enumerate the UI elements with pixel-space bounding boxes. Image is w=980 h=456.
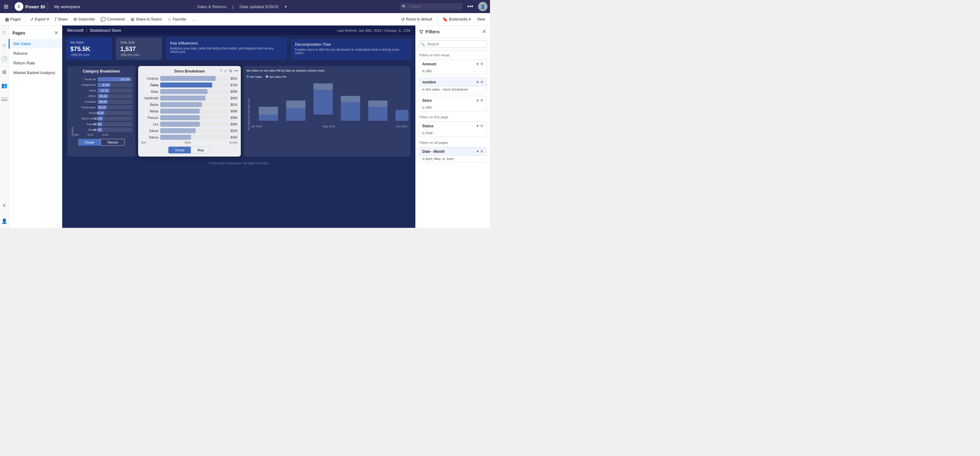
filter-status-actions: ▾ ✕ — [477, 124, 484, 128]
copy-icon[interactable]: ⧉ — [229, 68, 233, 74]
kpi-net-sales-change: +988.4% m/m — [70, 53, 108, 57]
sidebar-profile-icon[interactable]: 👤 — [0, 217, 9, 225]
svg-rect-10 — [395, 110, 408, 121]
subscribe-button[interactable]: ✉ Subscribe — [71, 16, 97, 23]
store-bar-row: Barba $61K — [141, 102, 238, 107]
filter-status-value: is Sold — [419, 130, 487, 137]
filter-date-month-header[interactable]: Date - Month ▾ ✕ — [419, 147, 487, 156]
category-tab-tabular[interactable]: Tabular — [100, 139, 125, 146]
store-bar-container — [160, 102, 229, 107]
filter-date-month-clear[interactable]: ✕ — [480, 149, 484, 154]
store-tab-map[interactable]: Map — [191, 147, 210, 153]
report-canvas: Microsoft | Skateboard Store Last Refres… — [62, 26, 415, 228]
more-options-icon[interactable]: ••• — [465, 2, 476, 11]
category-bar-label: PowerPoint — [74, 83, 96, 86]
category-bar-fill: $2.7K — [98, 128, 102, 132]
store-bar-row: VanArsdel $66K — [141, 96, 238, 100]
pages-close-button[interactable]: ✕ — [54, 30, 58, 36]
help-icon[interactable]: ? — [220, 68, 223, 74]
pages-button[interactable]: ▦ Pages — [3, 16, 23, 23]
filter-store-chevron[interactable]: ▾ — [477, 98, 479, 103]
category-bar-container: $6.0K — [98, 100, 132, 104]
share-button[interactable]: ⤴ Share — [52, 16, 70, 23]
svg-rect-6 — [341, 102, 360, 121]
sidebar-metrics-icon[interactable]: ≡ — [2, 201, 7, 209]
filter-status-chevron[interactable]: ▾ — [477, 124, 479, 128]
app-name: Power BI — [25, 4, 45, 10]
top-navigation: ⊞ C Power BI My workspace Sales & Return… — [0, 0, 490, 13]
sidebar-home-icon[interactable]: ⌂ — [2, 28, 7, 36]
sidebar-apps-icon[interactable]: ⊞ — [1, 68, 8, 76]
sidebar-favorite-icon[interactable]: ☆ — [1, 41, 8, 49]
store-bar-container — [160, 115, 229, 120]
filter-close-button[interactable]: ✕ — [482, 29, 486, 35]
store-bar-value: $52K — [231, 129, 238, 132]
filter-store-actions: ▾ ✕ — [477, 98, 484, 103]
view-button[interactable]: View — [474, 16, 487, 23]
secondary-toolbar: ▦ Pages ↗ Export ▾ ⤴ Share ✉ Subscribe 💬… — [0, 13, 490, 26]
page-item-market-basket[interactable]: Market Basket Analysis — [9, 68, 62, 78]
nav-search-input[interactable] — [400, 3, 462, 10]
grid-icon[interactable]: ⊞ — [3, 2, 10, 11]
breadcrumb-store: Skateboard Store — [90, 28, 121, 33]
page-item-return-rate[interactable]: Return Rate — [9, 58, 62, 68]
store-bar-value: $69K — [231, 90, 238, 93]
store-bar-row: Salvus $52K — [141, 128, 238, 133]
share-teams-button[interactable]: ⊞ Share to Teams — [128, 16, 164, 23]
category-bar-row: Excel $4.3K — [74, 111, 132, 115]
filter-store-clear[interactable]: ✕ — [480, 98, 484, 103]
store-bar-value: $76K — [231, 83, 238, 87]
store-bar-fill — [160, 83, 212, 88]
category-tab-visual[interactable]: Visual — [78, 139, 100, 146]
filter-status-header[interactable]: Status ▾ ✕ — [419, 122, 487, 130]
key-influencers-title: Key Influencers — [170, 41, 283, 45]
store-bar-row: Fama $76K — [141, 83, 238, 88]
favorite-button[interactable]: ☆ Favorite — [165, 16, 189, 23]
logo-circle: C — [14, 2, 23, 11]
store-bar-value: $58K — [231, 123, 238, 126]
store-bar-row: Natura $45K — [141, 135, 238, 140]
more-button[interactable]: ... — [189, 16, 197, 23]
category-bar-value: $4.3K — [95, 112, 104, 115]
user-avatar[interactable]: 👤 — [478, 2, 487, 11]
page-item-returns[interactable]: Returns — [9, 49, 62, 58]
filter-search-wrapper — [419, 40, 487, 48]
charts-row: Category Breakdown Product Power BI $19.… — [62, 62, 415, 160]
workspace-label[interactable]: My workspace — [50, 4, 84, 9]
filter-amount-chevron[interactable]: ▾ — [477, 62, 479, 66]
pages-header: Pages ✕ — [9, 28, 62, 39]
decomp-tree-title: Decomposition Tree — [295, 42, 407, 47]
legend-dot-net-sales-pm — [266, 75, 268, 78]
sidebar-people-icon[interactable]: 👥 — [0, 81, 9, 90]
store-bar-label: Salvus — [141, 129, 158, 132]
key-influencers-card[interactable]: Key Influencers Analyzes your data, rank… — [166, 38, 287, 60]
page-item-net-sales[interactable]: Net Sales — [9, 39, 62, 49]
decomp-tree-card[interactable]: Decomposition Tree Enables users to dril… — [291, 39, 412, 60]
filter-nombre-clear[interactable]: ✕ — [480, 80, 484, 85]
bookmarks-button[interactable]: 🔖 Bookmarks ▾ — [440, 16, 473, 23]
store-tab-visual[interactable]: Visual — [168, 147, 191, 153]
category-bar-label: Excel — [74, 112, 96, 115]
filter-nombre-header[interactable]: nombre ▾ ✕ — [419, 78, 487, 86]
filter-nombre-chevron[interactable]: ▾ — [477, 80, 479, 85]
reset-button[interactable]: ↺ Reset to default — [399, 16, 434, 23]
more-icon[interactable]: ••• — [233, 68, 239, 74]
store-bar-value: $45K — [231, 136, 238, 139]
sidebar-recent-icon[interactable]: 🕐 — [0, 54, 9, 63]
store-bar-container — [160, 128, 229, 133]
sidebar-learn-icon[interactable]: 📖 — [0, 95, 9, 103]
filter-date-month-chevron[interactable]: ▾ — [477, 149, 479, 154]
toolbar-right: ↺ Reset to default 🔖 Bookmarks ▾ View — [399, 16, 487, 23]
focus-icon[interactable]: ⤢ — [223, 68, 228, 74]
category-bar-container: $3.1K — [98, 116, 132, 121]
filter-amount-header[interactable]: Amount ▾ ✕ — [419, 60, 487, 68]
category-bar-fill: $4.3K — [98, 111, 105, 115]
category-bar-row: Kaizala $2.8K — [74, 122, 132, 126]
filter-status-clear[interactable]: ✕ — [480, 124, 484, 128]
filter-search-input[interactable] — [419, 40, 487, 48]
export-button[interactable]: ↗ Export ▾ — [27, 16, 51, 23]
filter-amount-clear[interactable]: ✕ — [480, 62, 484, 66]
filter-store-header[interactable]: Store ▾ ✕ — [419, 96, 487, 105]
comments-button[interactable]: 💬 Comments — [98, 16, 127, 23]
svg-rect-4 — [313, 90, 333, 115]
